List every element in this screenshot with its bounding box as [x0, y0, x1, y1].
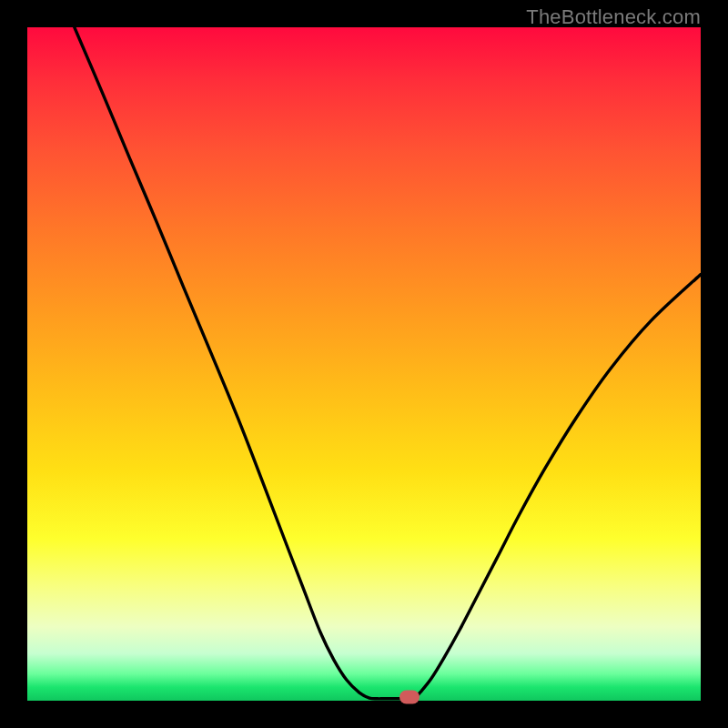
plot-area — [27, 27, 701, 701]
curve-svg — [27, 27, 701, 701]
chart-frame: TheBottleneck.com — [0, 0, 728, 728]
bottleneck-curve — [75, 27, 701, 699]
optimum-marker — [399, 691, 420, 704]
attribution-text: TheBottleneck.com — [526, 5, 701, 29]
